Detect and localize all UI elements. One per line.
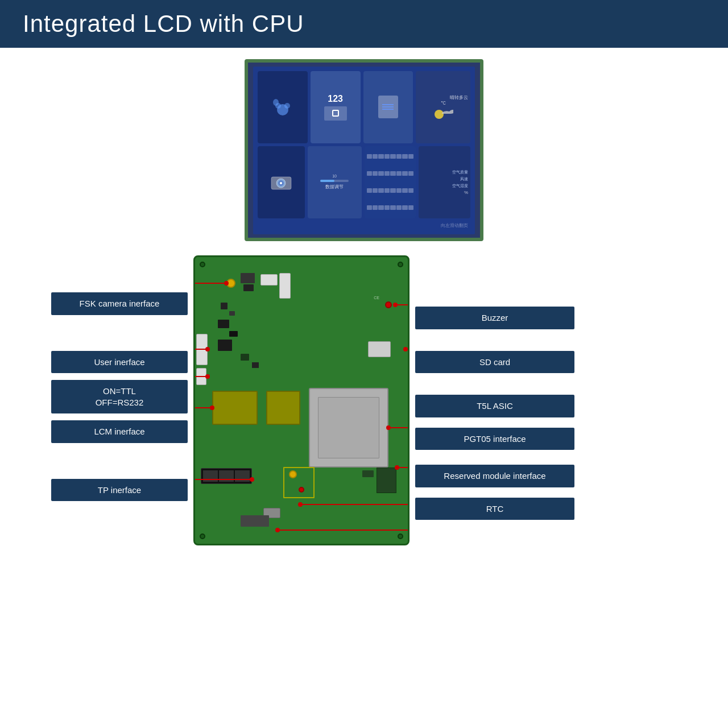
white-connector-2 bbox=[279, 273, 291, 299]
small-comp-b bbox=[229, 311, 235, 316]
svg-point-4 bbox=[435, 110, 444, 119]
t5l-asic-chip bbox=[309, 388, 388, 468]
right-labels: Buzzer SD card T5L ASIC PGT05 interface … bbox=[415, 255, 574, 545]
mount-hole-tr bbox=[398, 262, 403, 267]
small-comp-c bbox=[241, 354, 249, 361]
label-tp: TP inerface bbox=[51, 479, 188, 502]
reserved-yellow-box bbox=[283, 467, 315, 498]
lcd-tile-3 bbox=[363, 71, 413, 143]
svg-point-2 bbox=[284, 103, 290, 109]
fsk-connector bbox=[226, 279, 235, 288]
lcd-tile-1 bbox=[258, 71, 308, 143]
comp-small-1 bbox=[218, 320, 229, 328]
svg-point-28 bbox=[298, 502, 303, 507]
ttl-connector bbox=[196, 368, 206, 385]
small-comp-d bbox=[252, 362, 259, 368]
comp-small-2 bbox=[229, 331, 238, 337]
svg-point-30 bbox=[275, 528, 280, 532]
tp-connector bbox=[201, 468, 252, 484]
pcb-board: CE bbox=[193, 255, 410, 545]
left-labels: FSK camera inerface User inerface ON=TTL… bbox=[51, 255, 188, 545]
main-content: 123 晴转多云 ℃ bbox=[0, 48, 728, 557]
lcd-tile-4: 晴转多云 ℃ bbox=[416, 71, 470, 143]
lcd-tile-5 bbox=[258, 146, 305, 218]
pgt05-chip bbox=[377, 468, 396, 493]
label-ttl: ON=TTLOFF=RS232 bbox=[51, 380, 188, 413]
page-title: Integrated LCD with CPU bbox=[23, 10, 304, 38]
mount-hole-tl bbox=[200, 262, 205, 267]
sdcard-slot bbox=[368, 341, 391, 357]
label-reserved: Reserved module interface bbox=[415, 465, 574, 487]
svg-point-3 bbox=[273, 99, 279, 106]
small-comp-a bbox=[221, 303, 228, 309]
pcb-diagram-section: FSK camera inerface User inerface ON=TTL… bbox=[51, 255, 677, 545]
label-lcm: LCM inerface bbox=[51, 420, 188, 443]
lcm-chip-gold bbox=[212, 391, 258, 425]
label-pgt05: PGT05 interface bbox=[415, 428, 574, 450]
label-rtc: RTC bbox=[415, 498, 574, 520]
mount-hole-br bbox=[398, 533, 403, 539]
white-connector-1 bbox=[260, 274, 278, 286]
pcb-comp-1 bbox=[241, 273, 255, 283]
lcm-chip-gold-2 bbox=[266, 391, 300, 425]
ce-mark: CE bbox=[374, 296, 379, 300]
lcd-scroll-text: 向左滑动翻页 bbox=[258, 221, 470, 230]
lcd-display-image: 123 晴转多云 ℃ bbox=[245, 59, 483, 241]
pgt05-area-1 bbox=[362, 470, 374, 477]
lcd-tile-keyboard bbox=[365, 146, 416, 218]
buzzer-component bbox=[385, 301, 392, 308]
lcd-tile-6: 10 数据调节 bbox=[308, 146, 362, 218]
label-user: User inerface bbox=[51, 351, 188, 374]
lcd-tile-8: 空气质量 风速 空气湿度 % bbox=[419, 146, 470, 218]
user-interface-connector bbox=[196, 334, 208, 365]
lcd-tile-2: 123 bbox=[311, 71, 361, 143]
svg-point-18 bbox=[403, 347, 408, 351]
label-fsk: FSK camera inerface bbox=[51, 292, 188, 315]
svg-point-8 bbox=[280, 182, 282, 184]
label-buzzer: Buzzer bbox=[415, 307, 574, 329]
label-t5l: T5L ASIC bbox=[415, 395, 574, 417]
mount-hole-bl bbox=[200, 533, 205, 539]
svg-point-12 bbox=[393, 303, 398, 307]
bottom-connector bbox=[241, 515, 269, 527]
label-sdcard: SD card bbox=[415, 351, 574, 374]
header: Integrated LCD with CPU bbox=[0, 0, 728, 48]
comp-small-3 bbox=[218, 340, 232, 351]
pcb-comp-2 bbox=[243, 284, 254, 291]
